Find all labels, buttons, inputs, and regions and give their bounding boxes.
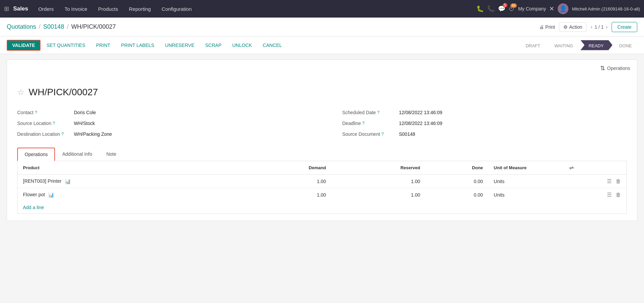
forecast-chart-icon-2[interactable]: 📊: [48, 192, 54, 198]
next-arrow[interactable]: ›: [606, 24, 608, 30]
nav-reporting[interactable]: Reporting: [124, 0, 156, 18]
set-quantities-button[interactable]: SET QUANTITIES: [42, 41, 90, 50]
source-document-value[interactable]: S00148: [399, 131, 415, 137]
row1-uom: Units: [488, 175, 564, 188]
form-left: Contact ? Doris Cole Source Location ? W…: [17, 107, 322, 140]
chat-icon[interactable]: 💬 5: [498, 5, 505, 12]
contact-value[interactable]: Doris Cole: [74, 110, 96, 115]
row2-actions: ☰ 🗑: [564, 188, 626, 202]
row2-detail-icon[interactable]: ☰: [607, 192, 612, 198]
row1-actions: ☰ 🗑: [564, 175, 626, 188]
destination-location-label: Destination Location ?: [17, 131, 71, 137]
source-location-value[interactable]: WH/Stock: [74, 121, 95, 126]
tab-note[interactable]: Note: [99, 148, 123, 161]
source-location-label: Source Location ?: [17, 121, 71, 126]
unlock-button[interactable]: UNLOCK: [227, 41, 256, 50]
forecast-chart-icon-1[interactable]: 📊: [65, 179, 71, 184]
destination-location-value[interactable]: WH/Packing Zone: [74, 131, 112, 137]
row2-done[interactable]: 0.00: [426, 188, 488, 202]
ops-panel-header: ⇅ Operations: [7, 59, 637, 77]
add-line-row: Add a line: [18, 201, 626, 213]
breadcrumb-sep2: /: [67, 23, 68, 30]
nav-orders[interactable]: Orders: [33, 0, 58, 18]
deadline-help-icon[interactable]: ?: [362, 121, 365, 126]
print-labels-button[interactable]: PRINT LABELS: [116, 41, 159, 50]
nav-configuration[interactable]: Configuration: [157, 0, 196, 18]
scheduled-date-value[interactable]: 12/08/2022 13:46:09: [399, 110, 442, 115]
row2-product: Flower pot 📊: [18, 188, 237, 202]
row1-delete-icon[interactable]: 🗑: [616, 178, 621, 184]
sort-icon: ⇅: [600, 65, 605, 72]
table-container: Product Demand Reserved Done Unit of Mea: [17, 161, 627, 214]
contact-help-icon[interactable]: ?: [35, 110, 37, 115]
row1-done[interactable]: 0.00: [426, 175, 488, 188]
deadline-value[interactable]: 12/08/2022 13:46:09: [399, 121, 442, 126]
col-header-product: Product: [18, 161, 237, 175]
row1-reserved: 1.00: [331, 175, 425, 188]
nav-to-invoice[interactable]: To Invoice: [60, 0, 92, 18]
clock-icon[interactable]: ⏱ 46: [509, 5, 515, 12]
print-button[interactable]: 🖨 Print: [539, 24, 555, 30]
company-name: My Company: [518, 6, 546, 11]
table-header-row: Product Demand Reserved Done Unit of Mea: [18, 161, 626, 175]
avatar: 👤: [558, 3, 568, 14]
status-ready[interactable]: READY: [581, 40, 613, 50]
favorite-star-icon[interactable]: ☆: [17, 87, 25, 97]
tabs: Operations Additional Info Note: [17, 148, 627, 161]
table-row: Flower pot 📊 1.00 1.00 0.00 Units ☰ 🗑: [18, 188, 626, 202]
validate-button[interactable]: VALIDATE: [7, 40, 40, 51]
col-header-demand: Demand: [237, 161, 331, 175]
status-waiting[interactable]: WAITING: [548, 40, 580, 50]
chat-badge: 5: [503, 3, 507, 7]
add-line-button[interactable]: Add a line: [18, 201, 49, 213]
action-label: Action: [569, 24, 582, 30]
sub-header-right: 🖨 Print ⚙ Action ‹ 1 / 1 › Create: [539, 22, 637, 32]
bug-icon[interactable]: 🐛: [476, 5, 484, 12]
gear-icon: ⚙: [563, 24, 568, 30]
print-label: Print: [545, 24, 555, 30]
source-document-field-row: Source Document ? S00148: [342, 129, 620, 140]
grid-icon[interactable]: ⊞: [4, 5, 9, 12]
unreserve-button[interactable]: UNRESERVE: [160, 41, 199, 50]
deadline-label: Deadline ?: [342, 121, 396, 126]
phone-icon[interactable]: 📞: [487, 5, 495, 12]
user-name: Mitchell Admin (21609148-16-0-all): [572, 6, 640, 11]
tab-operations[interactable]: Operations: [17, 148, 55, 161]
tab-additional-info[interactable]: Additional Info: [55, 148, 99, 161]
nav-products[interactable]: Products: [93, 0, 123, 18]
row1-detail-icon[interactable]: ☰: [607, 178, 612, 184]
prev-arrow[interactable]: ‹: [591, 24, 592, 30]
cancel-button[interactable]: CANCEL: [258, 41, 287, 50]
table-row: [RENT003] Printer 📊 1.00 1.00 0.00 Units…: [18, 175, 626, 188]
row2-delete-icon[interactable]: 🗑: [616, 192, 621, 198]
source-document-help-icon[interactable]: ?: [382, 132, 384, 136]
row1-demand[interactable]: 1.00: [237, 175, 331, 188]
action-button[interactable]: ⚙ Action: [559, 22, 587, 32]
scheduled-date-field-row: Scheduled Date ? 12/08/2022 13:46:09: [342, 107, 620, 118]
contact-label: Contact ?: [17, 110, 71, 115]
scheduled-date-label: Scheduled Date ?: [342, 110, 396, 115]
operations-table: Product Demand Reserved Done Unit of Mea: [18, 161, 626, 201]
breadcrumb-quotations[interactable]: Quotations: [7, 23, 36, 30]
status-done[interactable]: DONE: [612, 40, 637, 50]
scheduled-date-help-icon[interactable]: ?: [377, 110, 380, 115]
deadline-field-row: Deadline ? 12/08/2022 13:46:09: [342, 118, 620, 129]
status-draft[interactable]: DRAFT: [519, 40, 547, 50]
breadcrumb-s00148[interactable]: S00148: [43, 23, 64, 30]
contact-field-row: Contact ? Doris Cole: [17, 107, 315, 118]
print-icon: 🖨: [539, 24, 544, 30]
source-location-field-row: Source Location ? WH/Stock: [17, 118, 315, 129]
destination-location-help-icon[interactable]: ?: [61, 132, 64, 136]
doc-title-row: ☆ WH/PICK/00027: [17, 87, 627, 98]
settings-icon[interactable]: ✕: [549, 5, 554, 12]
scrap-button[interactable]: SCRAP: [200, 41, 226, 50]
source-location-help-icon[interactable]: ?: [53, 121, 55, 126]
app-icon[interactable]: ⊞: [4, 5, 9, 12]
operations-panel-btn[interactable]: ⇅ Operations: [600, 65, 630, 72]
form-grid: Contact ? Doris Cole Source Location ? W…: [17, 107, 627, 140]
row2-demand[interactable]: 1.00: [237, 188, 331, 202]
print-button-bar[interactable]: PRINT: [91, 41, 115, 50]
source-document-label: Source Document ?: [342, 131, 396, 137]
column-filter-icon[interactable]: ⇌: [569, 165, 573, 171]
create-button[interactable]: Create: [612, 22, 637, 32]
